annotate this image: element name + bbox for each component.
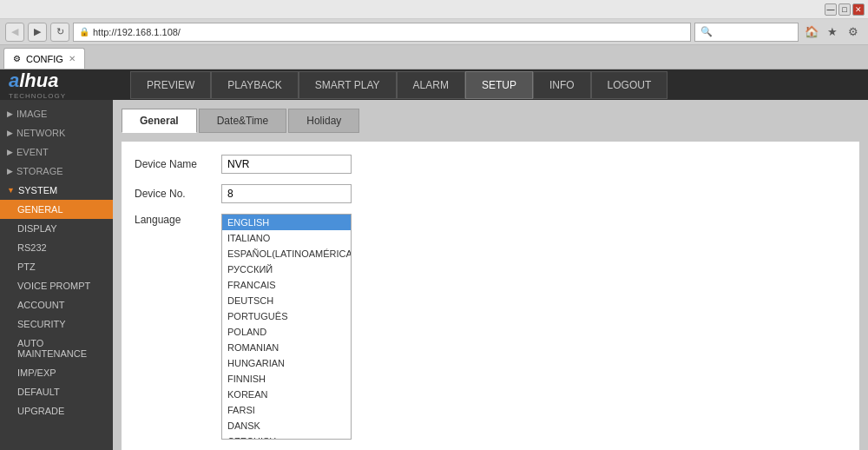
tab-general[interactable]: General [122, 109, 197, 133]
sidebar-item-display[interactable]: DISPLAY [0, 219, 113, 238]
device-name-label: Device Name [135, 158, 221, 170]
reload-button[interactable]: ↻ [50, 23, 69, 42]
forward-button[interactable]: ▶ [28, 23, 47, 42]
sidebar-item-security[interactable]: SECURITY [0, 314, 113, 334]
sidebar-item-voice-prompt[interactable]: VOICE PROMPT [0, 276, 113, 295]
content-area: General Date&Time Holiday Device Name De… [113, 100, 868, 450]
arrow-icon: ▶ [7, 109, 13, 118]
language-option[interactable]: РУССКИЙ [222, 261, 351, 277]
nav-info[interactable]: INFO [533, 71, 591, 99]
tab-favicon: ⚙ [13, 54, 21, 63]
address-text: http://192.168.1.108/ [93, 27, 181, 37]
arrow-icon: ▶ [7, 148, 13, 156]
arrow-icon: ▶ [7, 129, 13, 137]
language-option[interactable]: FARSI [222, 402, 351, 418]
sidebar-item-imp-exp[interactable]: IMP/EXP [0, 363, 113, 382]
sidebar-label-system: SYSTEM [18, 185, 57, 195]
language-option[interactable]: FRANCAIS [222, 277, 351, 293]
close-button[interactable]: ✕ [852, 3, 865, 16]
device-no-input[interactable] [221, 184, 352, 203]
sidebar: ▶ IMAGE ▶ NETWORK ▶ EVENT ▶ STORAGE ▼ SY… [0, 100, 113, 450]
nav-setup[interactable]: SETUP [465, 71, 533, 99]
language-row: Language ENGLISHITALIANOESPAÑOL(LATINOAM… [135, 214, 846, 226]
language-option[interactable]: DEUTSCH [222, 293, 351, 308]
sidebar-label-network: NETWORK [16, 128, 65, 138]
language-option[interactable]: ROMANIAN [222, 340, 351, 355]
nav-smartplay[interactable]: SMART PLAY [299, 71, 397, 99]
logo-area: alhua TECHNOLOGY [9, 69, 122, 100]
logo: alhua TECHNOLOGY [9, 69, 66, 100]
tab-title: CONFIG [26, 54, 63, 64]
favorites-button[interactable]: ★ [823, 23, 842, 42]
nav-alarm[interactable]: ALARM [397, 71, 465, 99]
home-button[interactable]: 🏠 [802, 23, 821, 42]
device-no-row: Device No. [135, 184, 846, 203]
sidebar-item-ptz[interactable]: PTZ [0, 257, 113, 276]
language-option[interactable]: PORTUGUÊS [222, 308, 351, 324]
tab-close-button[interactable]: ✕ [69, 54, 76, 63]
sidebar-section-system[interactable]: ▼ SYSTEM [0, 181, 113, 200]
app-header: alhua TECHNOLOGY PREVIEW PLAYBACK SMART … [0, 69, 868, 100]
address-bar[interactable]: 🔒 http://192.168.1.108/ [73, 23, 691, 42]
sidebar-section-network[interactable]: ▶ NETWORK [0, 123, 113, 142]
back-button[interactable]: ◀ [5, 23, 24, 42]
device-name-row: Device Name [135, 155, 846, 174]
arrow-icon: ▶ [7, 167, 13, 175]
content-tabs: General Date&Time Holiday [122, 109, 859, 133]
language-option[interactable]: CZECHISH [222, 433, 351, 440]
sidebar-item-rs232[interactable]: RS232 [0, 238, 113, 257]
logo-sub: TECHNOLOGY [9, 92, 66, 100]
language-label: Language [135, 214, 221, 226]
browser-tabbar: ⚙ CONFIG ✕ [0, 45, 868, 69]
nav-menu: PREVIEW PLAYBACK SMART PLAY ALARM SETUP … [130, 71, 667, 99]
nav-preview[interactable]: PREVIEW [130, 71, 211, 99]
sidebar-section-storage[interactable]: ▶ STORAGE [0, 162, 113, 181]
titlebar-buttons: — □ ✕ [825, 3, 865, 16]
logo-text: alhua [9, 69, 66, 92]
language-option[interactable]: HUNGARIAN [222, 355, 351, 371]
language-option[interactable]: ENGLISH [222, 215, 351, 230]
sidebar-label-storage: STORAGE [16, 166, 63, 176]
browser-star-buttons: 🏠 ★ ⚙ [802, 23, 863, 42]
nav-playback[interactable]: PLAYBACK [211, 71, 298, 99]
arrow-icon: ▼ [7, 186, 15, 195]
sidebar-item-default[interactable]: DEFAULT [0, 382, 113, 401]
tab-datetime[interactable]: Date&Time [199, 109, 287, 133]
app-container: alhua TECHNOLOGY PREVIEW PLAYBACK SMART … [0, 69, 868, 433]
language-option[interactable]: KOREAN [222, 387, 351, 402]
address-icon: 🔒 [79, 27, 89, 36]
sidebar-label-image: IMAGE [16, 109, 47, 119]
language-option[interactable]: ESPAÑOL(LATINOAMÉRICA) [222, 246, 351, 261]
sidebar-section-image[interactable]: ▶ IMAGE [0, 104, 113, 123]
device-name-input[interactable] [221, 155, 352, 174]
sidebar-label-event: EVENT [16, 147, 49, 157]
nav-logout[interactable]: LOGOUT [591, 71, 668, 99]
tab-holiday[interactable]: Holiday [288, 109, 359, 133]
sidebar-item-upgrade[interactable]: UPGRADE [0, 401, 113, 420]
device-no-label: Device No. [135, 188, 221, 200]
content-body: Device Name Device No. Language ENGLISHI… [122, 142, 859, 450]
settings-button[interactable]: ⚙ [844, 23, 863, 42]
browser-tab-config[interactable]: ⚙ CONFIG ✕ [3, 48, 85, 69]
language-list[interactable]: ENGLISHITALIANOESPAÑOL(LATINOAMÉRICA)РУС… [221, 214, 352, 440]
maximize-button[interactable]: □ [838, 3, 851, 16]
main-area: ▶ IMAGE ▶ NETWORK ▶ EVENT ▶ STORAGE ▼ SY… [0, 100, 868, 450]
sidebar-item-general[interactable]: GENERAL [0, 200, 113, 219]
language-option[interactable]: DANSK [222, 418, 351, 433]
sidebar-section-event[interactable]: ▶ EVENT [0, 142, 113, 162]
language-option[interactable]: FINNISH [222, 371, 351, 387]
search-input[interactable]: 🔍 [694, 23, 799, 42]
language-option[interactable]: ITALIANO [222, 230, 351, 246]
sidebar-item-account[interactable]: ACCOUNT [0, 295, 113, 314]
sidebar-item-auto-maintenance[interactable]: AUTO MAINTENANCE [0, 334, 113, 363]
browser-titlebar: — □ ✕ [0, 0, 868, 19]
minimize-button[interactable]: — [825, 3, 837, 16]
language-option[interactable]: POLAND [222, 324, 351, 340]
browser-toolbar: ◀ ▶ ↻ 🔒 http://192.168.1.108/ 🔍 🏠 ★ ⚙ [0, 19, 868, 45]
